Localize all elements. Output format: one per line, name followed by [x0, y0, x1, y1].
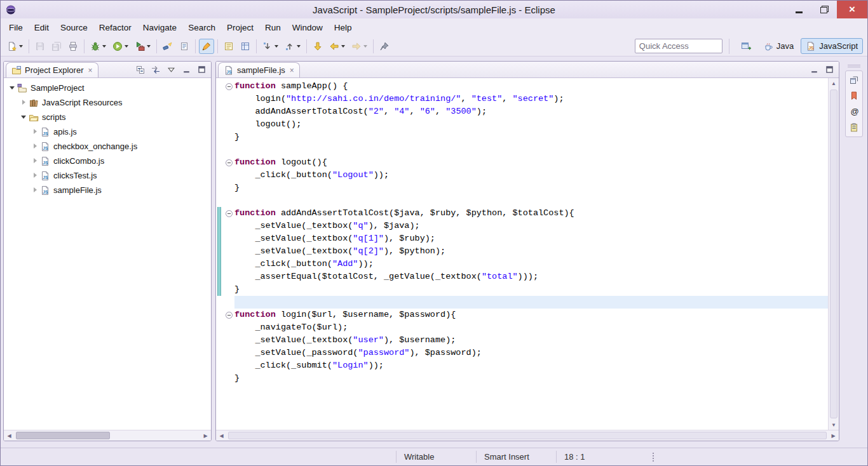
dropdown-arrow-icon[interactable] [297, 45, 301, 48]
dropdown-arrow-icon[interactable] [275, 45, 278, 48]
code-line-15[interactable]: _click(_button("Add")); [216, 258, 828, 270]
save-button[interactable] [32, 39, 48, 54]
dropdown-arrow-icon[interactable] [125, 45, 128, 48]
scroll-up-icon[interactable]: ▲ [829, 78, 839, 88]
menu-item-edit[interactable]: Edit [29, 20, 55, 36]
last-edit-location-button[interactable] [310, 39, 325, 54]
expand-arrow-icon[interactable] [31, 142, 40, 151]
project-explorer-tab[interactable]: Project Explorer × [6, 62, 98, 77]
scroll-left-icon[interactable]: ◀ [4, 433, 15, 439]
back-button[interactable] [327, 39, 348, 54]
fold-collapse-icon[interactable] [226, 83, 233, 90]
new-js-snippet-button[interactable] [221, 39, 236, 54]
menu-item-help[interactable]: Help [329, 20, 358, 36]
code-line-20[interactable]: _navigateTo($url); [216, 321, 828, 334]
menu-item-window[interactable]: Window [287, 20, 329, 36]
code-line-16[interactable]: _assertEqual($totalCost, _getValue(_text… [216, 270, 828, 283]
menu-item-project[interactable]: Project [221, 20, 259, 36]
external-tools-button[interactable] [132, 39, 153, 54]
code-line-9[interactable]: } [216, 182, 828, 194]
code-line-5[interactable]: } [216, 131, 828, 143]
scrollbar-thumb[interactable] [830, 90, 837, 418]
perspective-java[interactable]: Java [758, 38, 799, 54]
collapse-all-icon[interactable] [135, 65, 146, 75]
tree-item-clickstest-js[interactable]: JSclicksTest.js [4, 168, 211, 183]
menu-item-source[interactable]: Source [55, 20, 93, 36]
expand-arrow-icon[interactable] [31, 127, 40, 136]
code-line-17[interactable]: } [216, 283, 828, 296]
code-line-1[interactable]: function sampleApp() { [216, 80, 828, 93]
quick-access-input[interactable] [635, 39, 722, 53]
close-icon[interactable]: × [88, 66, 92, 75]
menu-item-navigate[interactable]: Navigate [137, 20, 182, 36]
debug-button[interactable] [88, 39, 109, 54]
save-all-button[interactable] [49, 39, 64, 54]
tree-item-javascript-resources[interactable]: JavaScript Resources [4, 95, 211, 110]
menu-item-refactor[interactable]: Refactor [93, 20, 137, 36]
restore-button[interactable] [811, 1, 837, 18]
code-line-18[interactable] [216, 296, 828, 309]
maximize-view-icon[interactable] [196, 65, 207, 75]
title-bar[interactable]: JavaScript - SampleProject/scripts/sampl… [1, 1, 867, 18]
menu-item-run[interactable]: Run [259, 20, 287, 36]
perspective-open-perspective[interactable] [736, 38, 756, 54]
tree-item-sampleproject[interactable]: SampleProject [4, 81, 211, 95]
dropdown-arrow-icon[interactable] [102, 45, 106, 48]
code-line-8[interactable]: _click(_button("Logout")); [216, 169, 828, 182]
code-editor[interactable]: function sampleApp() { login("http://sah… [216, 78, 828, 430]
minimize-view-icon[interactable] [809, 65, 819, 75]
dropdown-arrow-icon[interactable] [147, 45, 151, 48]
code-line-21[interactable]: _setValue(_textbox("user"), $username); [216, 334, 828, 347]
code-line-6[interactable] [216, 143, 828, 156]
code-line-7[interactable]: function logout(){ [216, 156, 828, 169]
minimize-button[interactable] [786, 1, 811, 18]
expand-arrow-icon[interactable] [31, 171, 40, 180]
expand-arrow-icon[interactable] [19, 98, 29, 107]
code-line-22[interactable]: _setValue(_password("password"), $passwo… [216, 347, 828, 359]
mark-occurrences-button[interactable] [199, 39, 214, 54]
editor-vscrollbar[interactable]: ▲ ▼ [828, 78, 839, 430]
search-button[interactable] [160, 39, 175, 54]
pin-editor-button[interactable] [377, 39, 392, 54]
close-button[interactable]: × [837, 1, 867, 18]
code-line-13[interactable]: _setValue(_textbox("q[1]"), $ruby); [216, 232, 828, 245]
new-js-file-button[interactable] [238, 39, 253, 54]
scrollbar-track[interactable] [227, 430, 828, 441]
close-icon[interactable]: × [290, 66, 294, 75]
next-annotation-button[interactable] [260, 39, 281, 54]
open-task-button[interactable] [177, 39, 192, 54]
tree-item-scripts[interactable]: scripts [4, 110, 211, 124]
scrollbar-thumb[interactable] [228, 432, 827, 439]
expand-arrow-icon[interactable] [31, 185, 40, 195]
maximize-view-icon[interactable] [824, 65, 834, 75]
scrollbar-track[interactable] [829, 88, 839, 420]
collapse-arrow-icon[interactable] [8, 83, 17, 93]
fold-collapse-icon[interactable] [226, 312, 233, 319]
editor-tab-samplefile[interactable]: JS sampleFile.js × [218, 62, 300, 77]
tree-item-checkbox-onchange-js[interactable]: JScheckbox_onchange.js [4, 139, 211, 154]
code-line-10[interactable] [216, 194, 828, 207]
project-explorer-hscrollbar[interactable]: ◀ ▶ [4, 430, 211, 441]
code-line-2[interactable]: login("http://sahi.co.in/demo/training/"… [216, 93, 828, 105]
code-line-23[interactable]: _click(_submit("Login")); [216, 359, 828, 372]
dropdown-arrow-icon[interactable] [19, 45, 23, 48]
scroll-right-icon[interactable]: ▶ [828, 433, 839, 439]
code-line-3[interactable]: addAndAssertTotalCost("2", "4", "6", "35… [216, 105, 828, 118]
tasks-button[interactable] [848, 121, 860, 134]
editor-hscrollbar[interactable]: ◀ ▶ [216, 430, 839, 441]
print-button[interactable] [65, 39, 81, 54]
scrollbar-thumb[interactable] [16, 432, 110, 439]
code-line-11[interactable]: function addAndAssertTotalCost($java, $r… [216, 207, 828, 220]
code-line-4[interactable]: logout(); [216, 118, 828, 131]
view-menu-icon[interactable] [166, 65, 176, 75]
tree-item-samplefile-js[interactable]: JSsampleFile.js [4, 183, 211, 197]
run-button[interactable] [110, 39, 131, 54]
prev-annotation-button[interactable] [282, 39, 303, 54]
annotations-button[interactable]: @ [848, 105, 860, 118]
scrollbar-track[interactable] [15, 430, 200, 441]
link-with-editor-icon[interactable] [151, 65, 161, 75]
code-line-14[interactable]: _setValue(_textbox("q[2]"), $python); [216, 245, 828, 258]
menu-item-search[interactable]: Search [182, 20, 221, 36]
dropdown-arrow-icon[interactable] [341, 45, 345, 48]
trim-drag-handle[interactable] [848, 65, 860, 67]
